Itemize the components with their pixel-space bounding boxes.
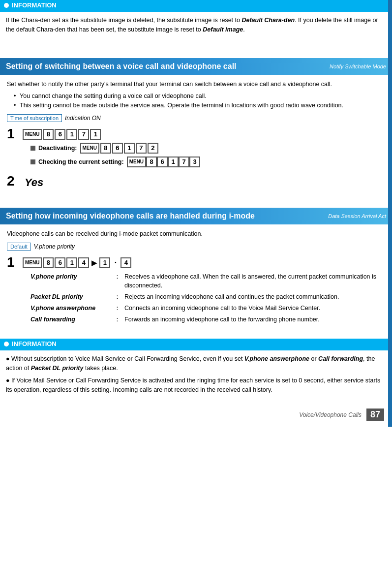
- section-1-tag-row: Time of subscription Indication ON: [7, 114, 385, 122]
- section-1-bullets: You cannot change the setting during a v…: [14, 92, 385, 110]
- priority-desc-2: Connects an incoming videophone call to …: [124, 304, 385, 313]
- section-1-title: Setting of switching between a voice cal…: [6, 62, 237, 71]
- deactivating-icon: [30, 146, 35, 151]
- section-1-step2: 2 Yes: [7, 174, 385, 189]
- s2-key-8: 8: [43, 257, 54, 268]
- deactivating-label: Deactivating:: [38, 145, 77, 152]
- info-banner-1-label: INFORMATION: [12, 1, 57, 9]
- arrow-icon: ▶: [91, 259, 97, 267]
- key-8-1: 8: [43, 129, 54, 140]
- checking-step: Checking the current setting: MENU 8 6 1…: [30, 157, 385, 167]
- checking-label: Checking the current setting:: [38, 158, 124, 165]
- key-7-3: 7: [179, 157, 189, 167]
- info-banner-2: INFORMATION: [0, 339, 392, 349]
- priority-desc-3: Forwards an incoming videophone call to …: [124, 315, 385, 324]
- info-section-1-text: If the Chara-den set as the substitute i…: [6, 16, 386, 34]
- section-1-header: Setting of switching between a voice cal…: [0, 58, 392, 75]
- footer-label: Voice/Videophone Calls: [299, 411, 362, 418]
- priority-row-1: Packet DL priority ： Rejects an incoming…: [30, 292, 385, 302]
- tag-default: Default: [7, 243, 31, 251]
- step1-content: MENU 8 6 1 7 1 Deactivating: MENU 8 6 1: [23, 127, 385, 169]
- info-banner-2-label: INFORMATION: [12, 340, 57, 347]
- step1-number: 1: [7, 127, 19, 141]
- section-2-step1: 1 MENU 8 6 1 4 ▶ 1 ・ 4 V.phone priority: [7, 255, 385, 328]
- section-1-step1: 1 MENU 8 6 1 7 1 Deactivating: MENU: [7, 127, 385, 169]
- s2-step1-content: MENU 8 6 1 4 ▶ 1 ・ 4 V.phone priority ： …: [23, 255, 385, 328]
- right-blue-strip: [388, 0, 392, 427]
- step1-keys: MENU 8 6 1 7 1: [23, 129, 101, 140]
- deactivating-step: Deactivating: MENU 8 6 1 7 2: [30, 143, 385, 154]
- s2-step1-keys: MENU 8 6 1 4 ▶ 1 ・ 4: [23, 257, 131, 268]
- priority-label-3: Call forwarding: [30, 315, 114, 324]
- checking-icon: [30, 159, 35, 164]
- s2-key-1b: 1: [99, 257, 110, 268]
- priority-row-0: V.phone priority ： Receives a videophone…: [30, 272, 385, 291]
- key-menu-3: MENU: [127, 157, 146, 167]
- tag-indication: Indication ON: [65, 115, 101, 122]
- section-2-intro: Videophone calls can be received during …: [7, 229, 385, 239]
- key-3-1: 3: [189, 157, 200, 167]
- key-8-3: 8: [146, 157, 157, 167]
- s2-key-1: 1: [66, 257, 77, 268]
- section-1-intro: Set whether to notify the other party's …: [7, 80, 385, 89]
- section-2-header: Setting how incoming videophone calls ar…: [0, 208, 392, 224]
- s2-key-6: 6: [55, 257, 65, 268]
- key-6-3: 6: [157, 157, 168, 167]
- priority-row-2: V.phone answerphone ： Connects an incomi…: [30, 304, 385, 313]
- step2-number: 2: [7, 174, 19, 188]
- key-1-2: 1: [90, 129, 101, 140]
- key-1-1: 1: [66, 129, 77, 140]
- key-2-1: 2: [148, 143, 158, 154]
- s2-key-4b: 4: [121, 257, 131, 268]
- priority-desc-0: Receives a videophone call. When the cal…: [124, 272, 385, 291]
- section-2-badge: Data Session Arrival Act: [328, 213, 386, 219]
- priority-row-3: Call forwarding ： Forwards an incoming v…: [30, 315, 385, 324]
- priority-table: V.phone priority ： Receives a videophone…: [30, 272, 385, 324]
- section-2-tag-row: Default V.phone priority: [7, 243, 385, 251]
- section-1-bullet-2: This setting cannot be made outside the …: [14, 101, 385, 110]
- info-s2-bullet-1: ● Without subscription to Voice Mail Ser…: [6, 354, 386, 373]
- key-7-2: 7: [136, 143, 147, 154]
- priority-desc-1: Rejects an incoming videophone call and …: [124, 292, 385, 302]
- page-footer: Voice/Videophone Calls 87: [299, 409, 384, 421]
- key-6-2: 6: [112, 143, 123, 154]
- step2-yes: Yes: [25, 174, 43, 189]
- s2-step1-number: 1: [7, 255, 19, 269]
- key-6-1: 6: [55, 129, 65, 140]
- deactivating-keys: MENU 8 6 1 7 2: [80, 143, 158, 154]
- info-banner-1: INFORMATION: [0, 0, 392, 10]
- key-menu-2: MENU: [80, 143, 99, 154]
- section-1-bullet-1: You cannot change the setting during a v…: [14, 92, 385, 101]
- priority-label-0: V.phone priority: [30, 272, 114, 282]
- info-section-2: ● Without subscription to Voice Mail Ser…: [0, 349, 392, 402]
- section-1-badge: Notify Switchable Mode: [330, 63, 386, 69]
- step2-content: Yes: [23, 174, 385, 189]
- section-1-body: Set whether to notify the other party's …: [0, 75, 392, 200]
- info-section-1: If the Chara-den set as the substitute i…: [0, 10, 392, 42]
- key-8-2: 8: [100, 143, 111, 154]
- priority-label-2: V.phone answerphone: [30, 304, 114, 313]
- tag-subscription: Time of subscription: [7, 114, 62, 122]
- tag-v-phone: V.phone priority: [34, 243, 75, 250]
- info-s2-bullet-2: ● If Voice Mail Service or Call Forwardi…: [6, 376, 386, 395]
- key-1-4: 1: [168, 157, 179, 167]
- section-2-title: Setting how incoming videophone calls ar…: [6, 212, 255, 220]
- key-menu-1: MENU: [23, 129, 42, 140]
- section-2-body: Videophone calls can be received during …: [0, 224, 392, 339]
- s2-key-4: 4: [78, 257, 89, 268]
- key-7-1: 7: [78, 129, 89, 140]
- s2-key-menu: MENU: [23, 257, 42, 268]
- priority-label-1: Packet DL priority: [30, 292, 114, 302]
- key-1-3: 1: [124, 143, 135, 154]
- footer-page-number: 87: [366, 409, 384, 421]
- dot-sep: ・: [112, 258, 119, 267]
